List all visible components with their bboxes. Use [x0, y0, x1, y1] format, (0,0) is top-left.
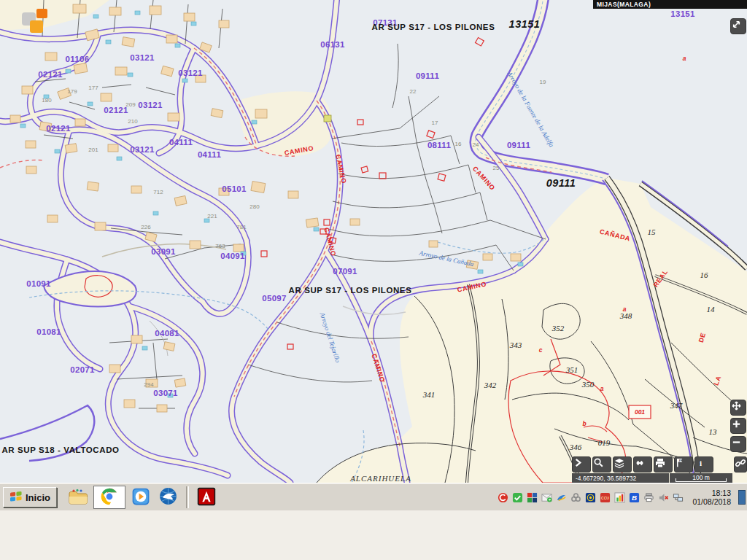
zoom-search-button[interactable]: [592, 456, 611, 472]
tray-icons: CCUB: [497, 491, 684, 503]
windows-logo-icon: [9, 491, 23, 505]
fullscreen-button[interactable]: [730, 18, 746, 34]
acrobat-reader-icon: [197, 487, 216, 508]
svg-text:P: P: [679, 459, 681, 462]
tray-network-icon[interactable]: [672, 491, 684, 503]
svg-text:CCU: CCU: [601, 496, 609, 500]
svg-text:B: B: [632, 494, 637, 502]
cadastral-map-svg[interactable]: [0, 0, 747, 483]
taskbar-app-chrome[interactable]: [93, 486, 125, 509]
construction-parcel: [324, 115, 331, 122]
tray-printer-tray-icon[interactable]: [643, 491, 654, 503]
tray-volume-muted-icon[interactable]: [657, 491, 669, 503]
scale-bar: 100 m: [670, 473, 732, 483]
taskbar-clock[interactable]: 18:13 01/08/2018: [686, 489, 735, 506]
start-button[interactable]: Inicio: [3, 487, 57, 508]
tray-ccu-red-icon[interactable]: CCU: [599, 491, 611, 503]
tray-letter-b-icon[interactable]: B: [628, 491, 640, 503]
start-button-label: Inicio: [26, 492, 50, 503]
empty-desktop-strip: [0, 510, 747, 560]
link-button[interactable]: [734, 456, 747, 472]
tray-gray-knot-icon[interactable]: [570, 491, 581, 503]
municipality-title-bar: MIJAS(MALAGA): [593, 0, 747, 9]
tray-colored-squares-icon[interactable]: [526, 491, 538, 503]
desktop-screen: 0713106131091110110603121031210212103121…: [0, 0, 747, 560]
print-button[interactable]: [654, 456, 673, 472]
pan-right-button[interactable]: [572, 456, 591, 472]
taskbar-app-media-player[interactable]: [128, 486, 153, 509]
scale-tick: [676, 478, 727, 482]
tray-edge-icon[interactable]: [738, 490, 746, 505]
clock-date: 01/08/2018: [692, 497, 731, 506]
clock-time: 18:13: [692, 489, 731, 497]
taskbar-separator: [186, 486, 189, 508]
system-tray: CCUB 18:13 01/08/2018: [497, 489, 747, 506]
chrome-icon: [100, 487, 119, 508]
cadastral-map[interactable]: 0713106131091110110603121031210212103121…: [0, 0, 747, 483]
taskbar: Inicio CCUB 18:13 01/08/2018: [0, 483, 747, 511]
tray-red-swirl-icon[interactable]: [497, 491, 508, 503]
taskbar-app-file-explorer[interactable]: [66, 486, 90, 509]
taskbar-app-thunderbird[interactable]: [156, 486, 181, 509]
layers-button[interactable]: [613, 456, 632, 472]
marker-button[interactable]: P: [674, 456, 693, 472]
tray-radar-icon[interactable]: [584, 491, 596, 503]
zoom-in-button[interactable]: [730, 418, 746, 434]
tray-mail-send-icon[interactable]: [541, 491, 552, 503]
info-button[interactable]: i: [694, 456, 713, 472]
file-explorer-icon: [68, 488, 88, 508]
tray-green-update-icon[interactable]: [511, 491, 523, 503]
svg-text:i: i: [700, 459, 702, 467]
taskbar-app-acrobat-reader[interactable]: [194, 486, 219, 509]
thunderbird-icon: [158, 486, 178, 508]
measure-button[interactable]: [633, 456, 652, 472]
coordinates-readout: -4.667290, 36.589732: [572, 473, 669, 483]
quick-launch-area: [66, 486, 219, 509]
pan-mode-button[interactable]: [730, 400, 746, 416]
tray-swoosh-icon[interactable]: [555, 491, 567, 503]
tray-bar-chart-icon[interactable]: [614, 491, 625, 503]
media-player-icon: [131, 487, 150, 508]
zoom-out-button[interactable]: [730, 436, 746, 452]
